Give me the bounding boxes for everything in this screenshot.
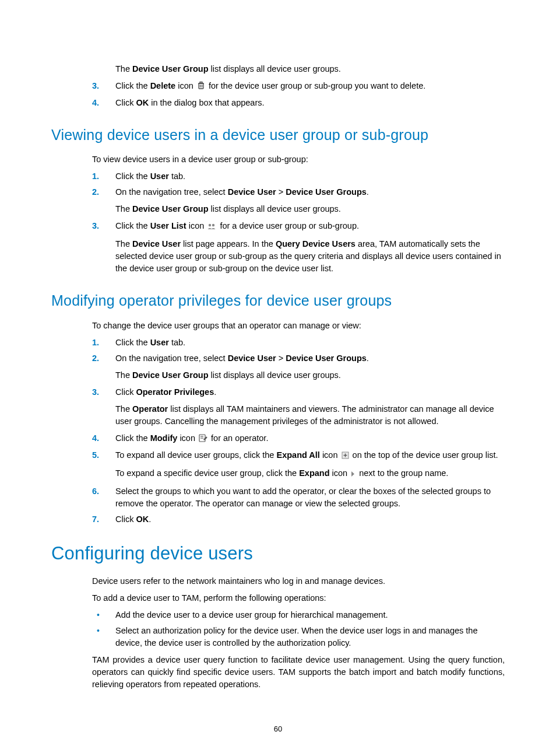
step-number: 5. — [92, 449, 106, 461]
heading-configuring: Configuring device users — [51, 541, 505, 567]
step-2-detail: The Device User Group list displays all … — [115, 203, 505, 215]
mod-intro: To change the device user groups that an… — [92, 320, 505, 332]
delete-icon — [197, 81, 205, 93]
cfg-p1: Device users refer to the network mainta… — [92, 575, 505, 587]
step-3-detail: The Device User list page appears. In th… — [115, 238, 505, 275]
cfg-p2: To add a device user to TAM, perform the… — [92, 592, 505, 604]
step-7: 7. Click OK. — [92, 513, 505, 526]
view-steps: 1. Click the User tab. 2. On the navigat… — [92, 170, 505, 275]
modify-icon — [199, 433, 207, 446]
step-number: 7. — [92, 513, 106, 526]
page-number: 60 — [0, 724, 556, 735]
step-3: 3. Click the Delete icon for the device … — [92, 80, 505, 93]
svg-point-5 — [209, 224, 211, 226]
svg-rect-0 — [199, 83, 203, 89]
step-number: 4. — [92, 432, 106, 444]
step-2: 2. On the navigation tree, select Device… — [92, 186, 505, 215]
mod-steps: 1. Click the User tab. 2. On the navigat… — [92, 337, 505, 526]
list-item: Select an authorization policy for the d… — [92, 625, 505, 649]
step-number: 1. — [92, 337, 106, 349]
expand-all-icon — [342, 450, 349, 463]
cfg-bullets: Add the device user to a device user gro… — [92, 609, 505, 649]
step-3-detail: The Operator list displays all TAM maint… — [115, 403, 505, 428]
step-3: 3. Click Operator Privileges. The Operat… — [92, 386, 505, 428]
step-2-detail: The Device User Group list displays all … — [115, 369, 505, 382]
page: The Device User Group list displays all … — [0, 0, 556, 756]
step-6: 6. Select the groups to which you want t… — [92, 485, 505, 510]
view-intro: To view device users in a device user gr… — [92, 153, 505, 166]
step-number: 2. — [92, 186, 106, 198]
expand-icon — [351, 468, 356, 481]
step-number: 1. — [92, 170, 106, 183]
step-1: 1. Click the User tab. — [92, 337, 505, 349]
step-3: 3. Click the User List icon for a device… — [92, 220, 505, 275]
step-number: 4. — [92, 97, 106, 109]
step-1: 1. Click the User tab. — [92, 170, 505, 183]
cfg-p3: TAM provides a device user query functio… — [92, 654, 505, 691]
step-2: 2. On the navigation tree, select Device… — [92, 352, 505, 382]
step-number: 6. — [92, 485, 106, 498]
heading-viewing: Viewing device users in a device user gr… — [51, 124, 505, 145]
intro-line: The Device User Group list displays all … — [92, 63, 505, 75]
top-steps: 3. Click the Delete icon for the device … — [92, 80, 505, 109]
content-area: The Device User Group list displays all … — [51, 63, 505, 691]
step-number: 3. — [92, 80, 106, 92]
step-number: 3. — [92, 386, 106, 398]
step-5: 5. To expand all device user groups, cli… — [92, 449, 505, 481]
step-5-detail: To expand a specific device user group, … — [115, 467, 505, 481]
user-list-icon — [207, 221, 216, 233]
heading-modifying: Modifying operator privileges for device… — [51, 290, 505, 311]
list-item: Add the device user to a device user gro… — [92, 609, 505, 621]
step-4: 4. Click the Modify icon for an operator… — [92, 432, 505, 446]
step-4: 4. Click OK in the dialog box that appea… — [92, 97, 505, 109]
step-number: 2. — [92, 352, 106, 365]
svg-point-6 — [212, 224, 214, 226]
step-number: 3. — [92, 220, 106, 232]
svg-rect-4 — [200, 82, 202, 83]
